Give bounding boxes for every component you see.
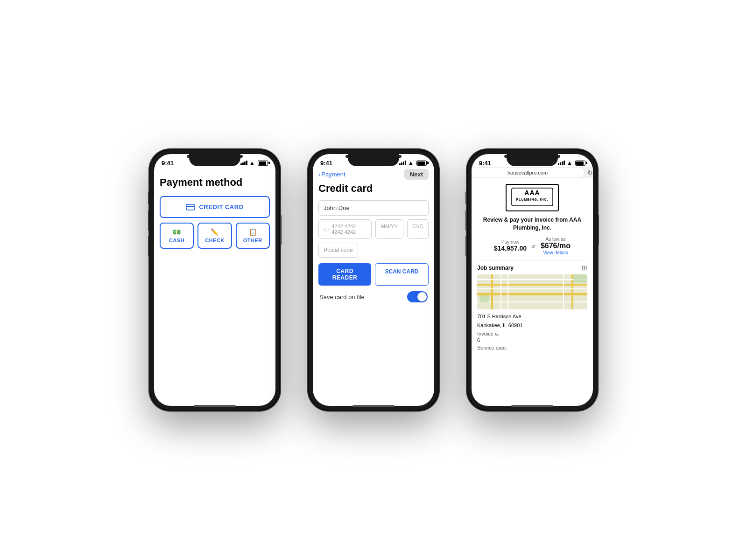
other-button[interactable]: 📋 OTHER xyxy=(236,223,270,249)
divider xyxy=(477,260,587,260)
pay-now-label: Pay now xyxy=(494,239,527,245)
cash-label: CASH xyxy=(169,238,184,243)
pay-row: Pay now $14,957.00 or As low as $676/mo … xyxy=(477,237,587,255)
card-number-field[interactable]: 4242 4242 4242 4242 xyxy=(318,219,372,239)
job-summary-label: Job summary xyxy=(477,265,514,271)
other-label: OTHER xyxy=(243,238,262,243)
company-name: AAA PLUMBING, INC. xyxy=(511,188,553,208)
pay-or: or xyxy=(531,243,536,249)
card-chip-icon xyxy=(324,227,329,232)
expiry-field[interactable]: MM/YY xyxy=(375,219,403,239)
save-card-row: Save card on file xyxy=(318,291,429,302)
status-time-3: 9:41 xyxy=(479,160,491,167)
as-low-as-label: As low as xyxy=(541,237,571,242)
credit-card-form: John Doe 4242 4242 4242 4242 MM/YY CVC P… xyxy=(313,200,434,302)
view-details-link[interactable]: View details xyxy=(541,250,571,255)
battery-icon-3 xyxy=(575,161,585,166)
aaa-logo-svg: AAA PLUMBING, INC. xyxy=(511,188,553,206)
next-button[interactable]: Next xyxy=(404,169,429,180)
screen-2: 9:41 ▲ ‹ Paym xyxy=(313,154,434,406)
cardholder-name-field[interactable]: John Doe xyxy=(318,200,429,216)
payment-method-screen: Payment method CREDIT CARD 💵 CASH ✏️ xyxy=(154,167,275,252)
svg-rect-3 xyxy=(324,228,326,230)
credit-card-button[interactable]: CREDIT CARD xyxy=(160,196,270,218)
monthly-amount: $676/mo xyxy=(541,242,571,250)
address-line2: Kankakee, IL 60901 xyxy=(477,322,587,329)
cash-icon: 💵 xyxy=(173,228,181,236)
payment-title: Payment method xyxy=(160,176,270,189)
card-number-placeholder: 4242 4242 4242 4242 xyxy=(331,224,366,235)
back-label: Payment xyxy=(321,171,345,178)
card-action-buttons: CARD READER SCAN CARD xyxy=(318,263,429,286)
company-logo-box: AAA PLUMBING, INC. xyxy=(506,184,559,211)
phone-2: 9:41 ▲ ‹ Paym xyxy=(308,149,439,411)
check-icon: ✏️ xyxy=(211,228,218,236)
invoice-title: Review & pay your invoice from AAA Plumb… xyxy=(477,216,587,232)
wifi-icon-2: ▲ xyxy=(408,160,414,166)
address-line1: 701 S Harrison Ave xyxy=(477,313,587,320)
signal-icon-2 xyxy=(399,161,406,165)
save-card-toggle[interactable] xyxy=(407,291,428,302)
service-date-label: Service date: xyxy=(477,345,587,350)
check-label: CHECK xyxy=(205,238,225,243)
invoice-num: 6 xyxy=(477,337,587,343)
home-indicator-1 xyxy=(194,405,236,407)
scan-card-button[interactable]: SCAN CARD xyxy=(375,263,429,286)
svg-rect-0 xyxy=(186,204,195,210)
phone-3: 9:41 ▲ housecallpro.com ↻ xyxy=(467,149,598,411)
wifi-icon-3: ▲ xyxy=(567,160,572,166)
card-reader-button[interactable]: CARD READER xyxy=(318,263,371,286)
pay-now-col: Pay now $14,957.00 xyxy=(494,239,527,252)
company-logo-area: AAA PLUMBING, INC. xyxy=(477,184,587,211)
browser-bar: housecallpro.com ↻ xyxy=(472,167,593,178)
credit-card-title: Credit card xyxy=(313,182,434,195)
pay-low-col: As low as $676/mo View details xyxy=(541,237,571,255)
cash-button[interactable]: 💵 CASH xyxy=(160,223,194,249)
map-preview xyxy=(477,274,587,309)
wifi-icon-1: ▲ xyxy=(249,160,255,166)
cvc-field[interactable]: CVC xyxy=(407,219,429,239)
credit-card-nav: ‹ Payment Next xyxy=(313,167,434,182)
svg-rect-1 xyxy=(186,206,195,207)
phone-1: 9:41 ▲ Payment method xyxy=(149,149,280,411)
save-card-label: Save card on file xyxy=(319,294,365,301)
signal-icon-3 xyxy=(558,161,565,165)
status-icons-1: ▲ xyxy=(240,160,268,166)
notch-2 xyxy=(348,154,399,166)
pay-now-amount: $14,957.00 xyxy=(494,245,527,252)
notch-3 xyxy=(507,154,558,166)
svg-text:AAA: AAA xyxy=(524,189,540,196)
status-icons-2: ▲ xyxy=(399,160,427,166)
back-button[interactable]: ‹ Payment xyxy=(318,171,345,178)
phones-container: 9:41 ▲ Payment method xyxy=(149,149,598,411)
job-summary-header: Job summary ⊞ xyxy=(477,264,587,272)
other-icon: 📋 xyxy=(249,228,257,236)
home-indicator-2 xyxy=(352,405,395,407)
card-number-row: 4242 4242 4242 4242 MM/YY CVC xyxy=(318,219,429,239)
chevron-left-icon: ‹ xyxy=(318,171,320,178)
signal-icon-1 xyxy=(240,161,247,165)
map-expand-icon[interactable]: ⊞ xyxy=(582,264,587,272)
battery-icon-2 xyxy=(416,161,427,166)
status-time-1: 9:41 xyxy=(162,160,174,167)
payment-options: 💵 CASH ✏️ CHECK 📋 OTHER xyxy=(160,223,270,249)
battery-icon-1 xyxy=(258,161,268,166)
invoice-label: Invoice #: xyxy=(477,331,587,336)
postal-code-field[interactable]: Postal code xyxy=(318,243,358,258)
url-bar[interactable]: housecallpro.com xyxy=(472,168,584,177)
screen-1: 9:41 ▲ Payment method xyxy=(154,154,275,406)
check-button[interactable]: ✏️ CHECK xyxy=(197,223,232,249)
status-time-2: 9:41 xyxy=(320,160,332,167)
credit-card-icon xyxy=(186,204,195,210)
credit-card-label: CREDIT CARD xyxy=(199,203,243,210)
reload-icon[interactable]: ↻ xyxy=(587,169,593,176)
browser-content: AAA PLUMBING, INC. Review & pay your inv… xyxy=(472,178,593,356)
home-indicator-3 xyxy=(511,405,553,407)
screen-3: 9:41 ▲ housecallpro.com ↻ xyxy=(472,154,593,406)
notch-1 xyxy=(189,154,240,166)
status-icons-3: ▲ xyxy=(558,160,585,166)
svg-text:PLUMBING, INC.: PLUMBING, INC. xyxy=(516,198,548,202)
